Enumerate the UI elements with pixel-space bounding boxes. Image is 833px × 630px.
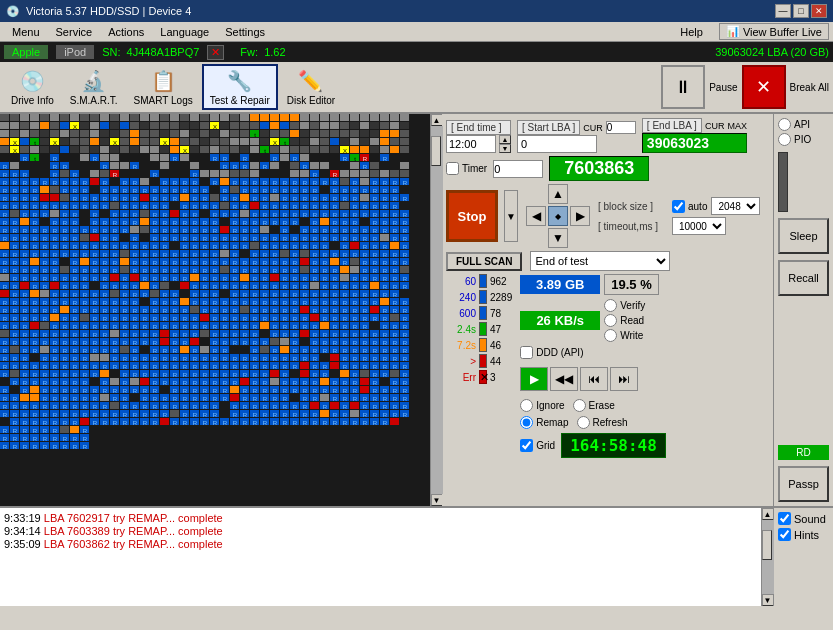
verify-radio-label: Verify (604, 299, 645, 312)
toolbar-smart-logs[interactable]: 📋 SMART Logs (127, 64, 200, 110)
log-scroll-track[interactable] (762, 520, 774, 594)
stat-bar-err: ✕ (479, 370, 487, 384)
sleep-button[interactable]: Sleep (778, 218, 829, 254)
app-icon: 💿 (6, 5, 20, 18)
speed-mode-row: 26 KB/s Verify Read Write (520, 299, 769, 342)
log-scrollbar[interactable]: ▲ ▼ (761, 508, 773, 606)
menu-help[interactable]: Help (672, 24, 711, 40)
timeout-row: [ timeout,ms ] 10000 (598, 217, 760, 235)
scroll-down-arrow[interactable]: ▼ (431, 494, 443, 506)
ddd-api-checkbox-label: DDD (API) (520, 346, 769, 359)
break-all-button[interactable]: ✕ (742, 65, 786, 109)
start-lba-label: [ Start LBA ] (517, 120, 580, 135)
verify-radio[interactable] (604, 299, 617, 312)
menu-actions[interactable]: Actions (100, 24, 152, 40)
pio-radio[interactable] (778, 133, 791, 146)
stop-dropdown[interactable]: ▼ (504, 190, 518, 242)
minimize-button[interactable]: — (775, 4, 791, 18)
cur-label: CUR (583, 123, 603, 133)
full-scan-button[interactable]: FULL SCAN (446, 252, 522, 271)
end-of-test-select[interactable]: End of test (530, 251, 670, 271)
ipod-tab[interactable]: iPod (56, 45, 94, 59)
sound-hints: Sound Hints (778, 512, 826, 541)
menu-service[interactable]: Service (48, 24, 101, 40)
vertical-scrollbar[interactable]: ▲ ▼ (430, 114, 442, 506)
block-size-select[interactable]: 2048 (711, 197, 760, 215)
menu-language[interactable]: Language (152, 24, 217, 40)
ignore-radio[interactable] (520, 399, 533, 412)
direction-arrows: ▲ ◀ ◆ ▶ ▼ (526, 184, 590, 248)
log-scroll-down[interactable]: ▼ (762, 594, 774, 606)
timer-checkbox-label: Timer (446, 162, 487, 175)
stop-section: Stop ▼ (446, 190, 518, 242)
arrow-right[interactable]: ▶ (570, 206, 590, 226)
read-radio[interactable] (604, 314, 617, 327)
grid-checkbox[interactable] (520, 439, 533, 452)
size-percent-row: 3.89 GB 19.5 % (520, 274, 769, 295)
rd-indicator: RD (778, 445, 829, 460)
time-input[interactable] (446, 135, 496, 153)
drive-close-button[interactable]: ✕ (207, 45, 224, 60)
refresh-radio[interactable] (577, 416, 590, 429)
right-panel: [ End time ] ▲ ▼ [ Start LBA ] CUR (442, 114, 773, 506)
pause-button[interactable]: ⏸ (661, 65, 705, 109)
rewind-button[interactable]: ◀◀ (550, 367, 578, 391)
help-section: Help 📊 View Buffer Live (672, 23, 829, 40)
menu-menu[interactable]: Menu (4, 24, 48, 40)
toolbar-drive-info[interactable]: 💿 Drive Info (4, 64, 61, 110)
erase-radio[interactable] (573, 399, 586, 412)
write-radio[interactable] (604, 329, 617, 342)
hints-checkbox[interactable] (778, 528, 791, 541)
timeout-select[interactable]: 10000 (672, 217, 726, 235)
ddd-api-checkbox[interactable] (520, 346, 533, 359)
recall-button[interactable]: Recall (778, 260, 829, 296)
step-back-button[interactable]: ⏮ (580, 367, 608, 391)
menu-settings[interactable]: Settings (217, 24, 273, 40)
drivebar: Apple iPod SN: 4J448A1BPQ7 ✕ Fw: 1.62 39… (0, 42, 833, 62)
toolbar-disk-editor[interactable]: ✏️ Disk Editor (280, 64, 342, 110)
timer-value-input[interactable] (493, 160, 543, 178)
time-up-button[interactable]: ▲ (499, 135, 511, 144)
timer-checkbox[interactable] (446, 162, 459, 175)
api-pio-group: API PIO (778, 118, 829, 146)
start-lba-input[interactable] (517, 135, 597, 153)
scroll-thumb[interactable] (431, 136, 441, 166)
remap-radio-label: Remap (520, 416, 568, 429)
pause-icon: ⏸ (674, 77, 692, 98)
stop-button[interactable]: Stop (446, 190, 498, 242)
scroll-track[interactable] (431, 126, 443, 494)
maximize-button[interactable]: □ (793, 4, 809, 18)
time-input-row: ▲ ▼ (446, 135, 511, 153)
arrow-left[interactable]: ◀ (526, 206, 546, 226)
scan-grid (0, 114, 430, 506)
read-radio-label: Read (604, 314, 645, 327)
scroll-up-arrow[interactable]: ▲ (431, 114, 443, 126)
step-fwd-button[interactable]: ⏭ (610, 367, 638, 391)
time-spinner: ▲ ▼ (499, 135, 511, 153)
apple-tab[interactable]: Apple (4, 45, 48, 59)
close-button[interactable]: ✕ (811, 4, 827, 18)
arrow-up[interactable]: ▲ (548, 184, 568, 204)
buffer-icon: 📊 (726, 25, 740, 38)
log-scroll-up[interactable]: ▲ (762, 508, 774, 520)
max-label: MAX (727, 121, 747, 131)
api-radio[interactable] (778, 118, 791, 131)
passp-button[interactable]: Passp (778, 466, 829, 502)
toolbar-smart[interactable]: 🔬 S.M.A.R.T. (63, 64, 125, 110)
sound-checkbox-label: Sound (778, 512, 826, 525)
cur-value-input[interactable] (606, 121, 636, 134)
arrow-down[interactable]: ▼ (548, 228, 568, 248)
stat-row-60: 60 962 (446, 274, 512, 288)
toolbar-test-repair[interactable]: 🔧 Test & Repair (202, 64, 278, 110)
time-down-button[interactable]: ▼ (499, 144, 511, 153)
log-scroll-thumb[interactable] (762, 530, 772, 560)
timer-clock-display: 164:58:48 (561, 433, 666, 458)
remap-radio[interactable] (520, 416, 533, 429)
sound-checkbox[interactable] (778, 512, 791, 525)
auto-checkbox[interactable] (672, 200, 685, 213)
view-buffer-button[interactable]: 📊 View Buffer Live (719, 23, 829, 40)
right-stats-panel: 3.89 GB 19.5 % 26 KB/s Verify Read (520, 274, 769, 458)
disk-editor-icon: ✏️ (298, 69, 323, 93)
play-button[interactable]: ▶ (520, 367, 548, 391)
stat-bar-2.4s (479, 322, 487, 336)
